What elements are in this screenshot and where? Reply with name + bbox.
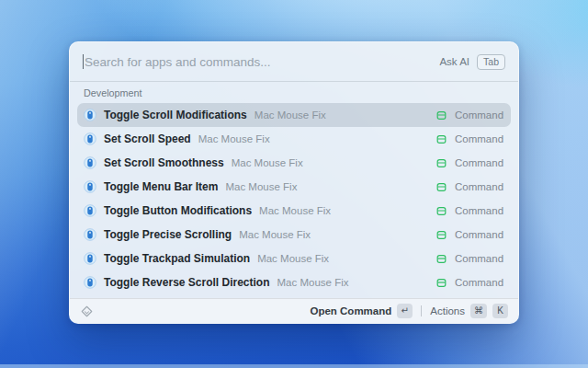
list-item[interactable]: Toggle Scroll Modifications Mac Mouse Fi… [77,103,511,127]
k-key-badge: K [492,304,508,318]
command-type-icon [435,253,447,265]
command-subtitle: Mac Mouse Fix [257,253,329,264]
command-key-badge: ⌘ [470,304,487,318]
return-key-badge: ↵ [397,304,413,318]
command-subtitle: Mac Mouse Fix [225,181,297,192]
command-title: Toggle Menu Bar Item [104,180,218,193]
command-title: Toggle Button Modifications [104,204,252,217]
command-subtitle: Mac Mouse Fix [232,157,303,168]
mac-mouse-fix-app-icon [84,204,96,217]
command-type-label: Command [455,157,504,168]
actions-button[interactable]: Actions [430,305,465,316]
command-title: Toggle Reverse Scroll Direction [104,276,270,289]
command-title: Toggle Scroll Modifications [104,109,247,121]
section-header-development: Development [77,82,511,103]
command-type-label: Command [455,109,504,121]
search-input[interactable] [84,55,439,69]
command-type-label: Command [455,205,504,216]
list-item[interactable]: Set Scroll Speed Mac Mouse Fix Command [77,127,511,151]
list-item[interactable]: Toggle Button Modifications Mac Mouse Fi… [77,199,511,223]
command-type-icon [435,157,447,169]
command-rows: Toggle Scroll Modifications Mac Mouse Fi… [77,103,511,294]
mac-mouse-fix-app-icon [84,252,96,265]
command-subtitle: Mac Mouse Fix [259,205,331,216]
list-item[interactable]: Toggle Reverse Scroll Direction Mac Mous… [77,270,511,294]
command-type-icon [435,133,447,145]
command-title: Toggle Trackpad Simulation [104,252,250,265]
ask-ai-label[interactable]: Ask AI [439,56,469,67]
mac-mouse-fix-app-icon [84,156,96,169]
command-type-label: Command [455,253,504,264]
mac-mouse-fix-app-icon [84,132,96,145]
tab-key-badge: Tab [477,54,505,70]
command-subtitle: Mac Mouse Fix [277,277,349,288]
list-item[interactable]: Set Scroll Smoothness Mac Mouse Fix Comm… [77,151,511,175]
command-type-icon [435,205,447,217]
raycast-launcher-window: Ask AI Tab Development Toggle Scroll Mod… [69,41,519,324]
command-type-label: Command [455,133,504,144]
footer-actions: Open Command ↵ Actions ⌘ K [310,304,508,318]
mac-mouse-fix-app-icon [84,276,96,289]
command-title: Set Scroll Speed [104,132,191,145]
mac-mouse-fix-app-icon [84,109,96,121]
command-subtitle: Mac Mouse Fix [198,133,270,144]
command-type-label: Command [455,229,504,240]
footer-bar: Open Command ↵ Actions ⌘ K [70,298,518,323]
command-type-icon [435,229,447,241]
mac-mouse-fix-app-icon [84,180,96,193]
raycast-logo-icon [80,305,94,318]
command-subtitle: Mac Mouse Fix [254,109,326,121]
footer-divider [421,305,422,316]
list-item[interactable]: Toggle Precise Scrolling Mac Mouse Fix C… [77,223,511,247]
command-list: Development Toggle Scroll Modifications … [70,82,518,298]
list-item[interactable]: Toggle Trackpad Simulation Mac Mouse Fix… [77,247,511,270]
search-hints: Ask AI Tab [439,54,505,70]
command-type-icon [435,277,447,289]
command-title: Toggle Precise Scrolling [104,228,232,241]
mac-mouse-fix-app-icon [84,228,96,241]
open-command-button[interactable]: Open Command [310,305,391,316]
search-bar: Ask AI Tab [70,42,518,82]
command-subtitle: Mac Mouse Fix [239,229,311,240]
command-type-icon [435,109,447,121]
list-item[interactable]: Toggle Menu Bar Item Mac Mouse Fix Comma… [77,175,511,199]
command-type-icon [435,181,447,193]
command-type-label: Command [455,181,504,192]
command-title: Set Scroll Smoothness [104,156,224,169]
command-type-label: Command [455,277,504,288]
